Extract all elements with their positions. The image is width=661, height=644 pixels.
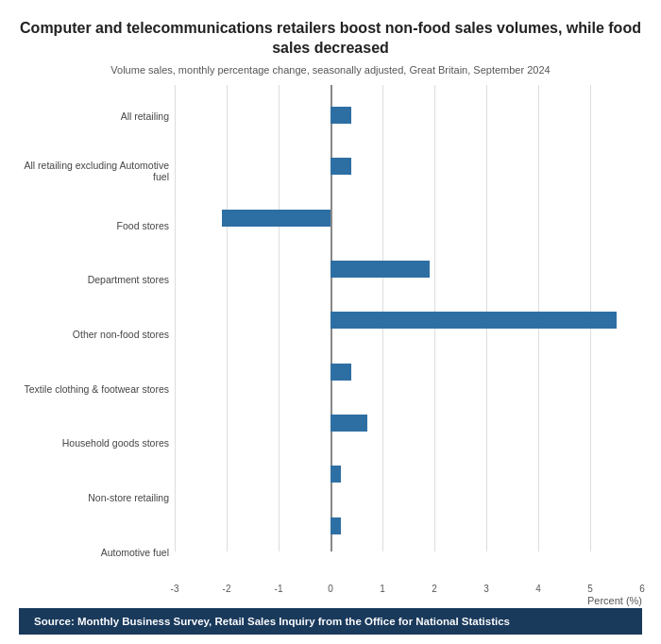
grid-and-bars	[175, 85, 642, 580]
bar-row	[175, 99, 642, 131]
bar	[330, 107, 351, 124]
bar	[330, 415, 367, 432]
y-label: Department stores	[19, 264, 175, 297]
x-tick: 6	[639, 584, 645, 594]
y-label: Automotive fuel	[19, 536, 175, 568]
bars-section: All retailingAll retailing excluding Aut…	[19, 85, 642, 608]
chart-container: Computer and telecommunications retailer…	[0, 0, 661, 644]
x-axis-label: Percent (%)	[587, 595, 642, 606]
y-label: Non-store retailing	[19, 482, 175, 514]
bar	[330, 261, 430, 278]
bar-row	[175, 458, 642, 490]
y-label: Other non-food stores	[19, 318, 175, 350]
x-tick: 3	[483, 584, 489, 594]
x-tick: 5	[587, 584, 593, 594]
bar-row	[175, 510, 642, 542]
bar	[330, 466, 341, 483]
y-label: All retailing	[19, 100, 175, 132]
x-tick: -3	[171, 584, 179, 594]
y-label: Food stores	[19, 210, 175, 242]
x-tick: 4	[535, 584, 541, 594]
plot-area: Percent (%) -3-2-10123456	[175, 85, 642, 608]
bar-row	[175, 356, 642, 388]
chart-subtitle: Volume sales, monthly percentage change,…	[19, 64, 642, 76]
x-tick: 1	[380, 584, 385, 594]
x-tick: 0	[328, 584, 333, 594]
bar	[330, 517, 341, 534]
y-label: Textile clothing & footwear stores	[19, 373, 175, 405]
x-tick: -2	[223, 584, 231, 594]
x-tick: 2	[432, 584, 437, 594]
x-tick: -1	[275, 584, 283, 594]
bar	[330, 312, 617, 329]
bar-row	[175, 150, 642, 182]
y-label: All retailing excluding Automotive fuel	[19, 155, 175, 187]
bar	[330, 364, 351, 381]
y-labels: All retailingAll retailing excluding Aut…	[19, 85, 175, 608]
bar-row	[175, 202, 642, 234]
y-label: Household goods stores	[19, 428, 175, 460]
bar	[330, 158, 351, 175]
source-bar: Source: Monthly Business Survey, Retail …	[19, 608, 642, 635]
bar-row	[175, 407, 642, 439]
chart-title: Computer and telecommunications retailer…	[19, 19, 642, 59]
chart-area: All retailingAll retailing excluding Aut…	[19, 85, 642, 608]
bar-row	[175, 253, 642, 285]
bar-row	[175, 304, 642, 336]
bar	[222, 210, 331, 227]
